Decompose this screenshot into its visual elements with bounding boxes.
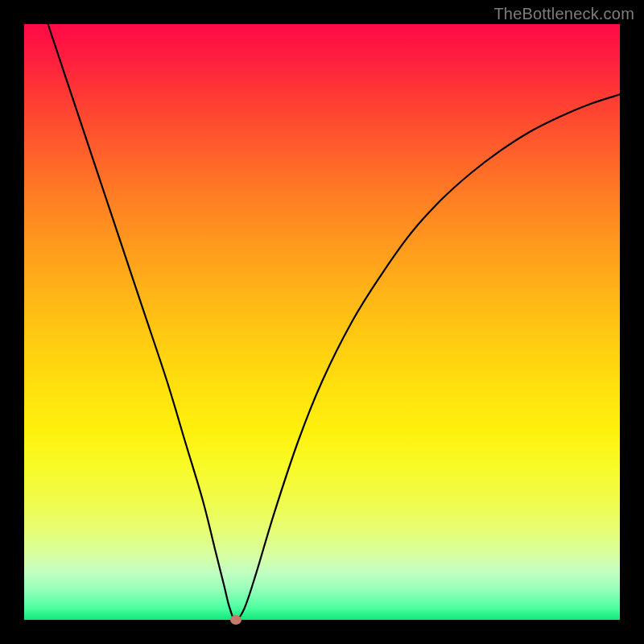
plot-area (24, 24, 620, 620)
bottleneck-curve (48, 24, 620, 620)
watermark-text: TheBottleneck.com (493, 5, 634, 23)
minimum-marker (230, 615, 242, 625)
curve-svg (24, 24, 620, 620)
chart-frame: TheBottleneck.com (0, 0, 644, 644)
